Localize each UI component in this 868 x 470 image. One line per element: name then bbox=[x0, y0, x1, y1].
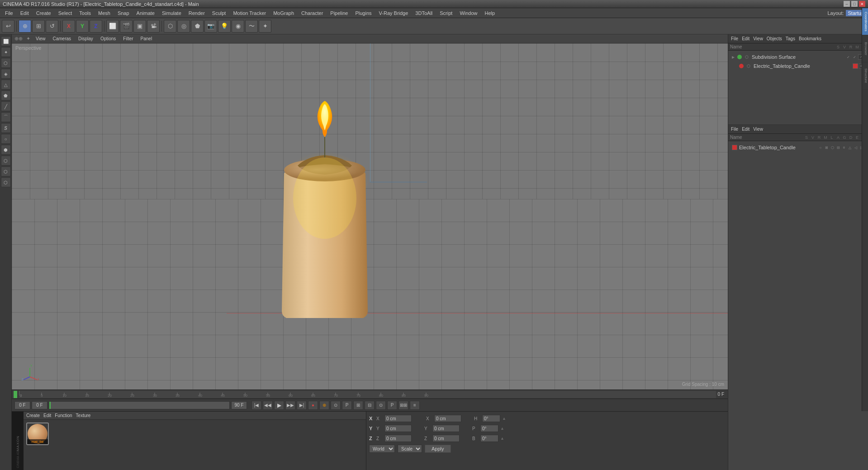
end-frame-input[interactable] bbox=[231, 401, 247, 409]
sub-check1[interactable]: ✓ bbox=[845, 54, 851, 60]
loop-button[interactable]: P bbox=[342, 401, 352, 410]
auto-record[interactable]: ⊕ bbox=[319, 401, 329, 410]
camera[interactable]: 📷 bbox=[204, 20, 217, 33]
object-candle[interactable]: ⬡ Electric_Tabletop_Candle ⊞ bbox=[730, 62, 866, 71]
b-input[interactable] bbox=[480, 435, 498, 442]
maximize-button[interactable]: □ bbox=[851, 1, 858, 7]
left-tool-mesh[interactable]: ✦ bbox=[1, 47, 11, 57]
menu-mograph[interactable]: MoGraph bbox=[270, 9, 297, 17]
object-subdivision[interactable]: ▶ ⬡ Subdivision Surface ✓ ✓ ✓ bbox=[730, 52, 866, 62]
left-tool-extra[interactable]: ⬡ bbox=[1, 177, 11, 187]
generator-object[interactable]: ◎ bbox=[177, 20, 190, 33]
vtab-coordinates[interactable]: Coordinates bbox=[862, 8, 868, 35]
anim-mode-4[interactable]: P bbox=[387, 401, 397, 410]
menu-tools[interactable]: Tools bbox=[76, 9, 94, 17]
left-tool-edge[interactable]: ◈ bbox=[1, 69, 11, 79]
rotate-tool[interactable]: ↺ bbox=[46, 20, 58, 33]
menu-edit[interactable]: Edit bbox=[17, 9, 32, 17]
render-active-view[interactable]: ▣ bbox=[133, 20, 146, 33]
parametric-object[interactable]: ⬡ bbox=[164, 20, 176, 33]
attr-icon-4[interactable]: ⊟ bbox=[835, 145, 841, 150]
menu-simulate[interactable]: Simulate bbox=[159, 9, 185, 17]
anim-settings[interactable]: ≡ bbox=[410, 401, 420, 410]
x-axis[interactable]: X bbox=[62, 20, 75, 33]
null-object[interactable]: ✦ bbox=[259, 20, 271, 33]
go-start-button[interactable]: |◀ bbox=[251, 401, 261, 410]
pos-y-input[interactable] bbox=[384, 425, 412, 432]
attr-icon-6[interactable]: △ bbox=[847, 145, 853, 150]
cameras-menu[interactable]: Cameras bbox=[51, 36, 73, 42]
menu-vray[interactable]: V-Ray Bridge bbox=[376, 9, 412, 17]
attr-icon-1[interactable]: ○ bbox=[818, 145, 823, 150]
menu-file[interactable]: File bbox=[2, 9, 16, 17]
materials-create[interactable]: Create bbox=[26, 413, 40, 418]
panel-tags[interactable]: Tags bbox=[786, 36, 795, 41]
viewport[interactable]: Perspective Grid Spacing : 10 cm bbox=[12, 43, 728, 389]
options-menu[interactable]: Options bbox=[99, 36, 118, 42]
y-axis[interactable]: Y bbox=[76, 20, 89, 33]
frame-input[interactable] bbox=[32, 401, 47, 409]
size-z-input[interactable] bbox=[432, 435, 460, 442]
material[interactable]: ◉ bbox=[232, 20, 244, 33]
attr-edit[interactable]: Edit bbox=[742, 127, 749, 132]
p-input[interactable] bbox=[480, 425, 498, 432]
anim-mode-5[interactable]: ⊞⊞ bbox=[398, 401, 408, 410]
left-tool-circle[interactable]: ○ bbox=[1, 134, 11, 144]
render-region[interactable]: ⬜ bbox=[106, 20, 119, 33]
menu-character[interactable]: Character bbox=[298, 9, 326, 17]
timeline-ruler[interactable]: 0 5 10 15 20 25 30 35 bbox=[19, 391, 716, 398]
panel-edit[interactable]: Edit bbox=[742, 36, 749, 41]
attr-icon-5[interactable]: ≡ bbox=[841, 145, 847, 150]
materials-edit[interactable]: Edit bbox=[43, 413, 51, 418]
panel-menu[interactable]: Panel bbox=[139, 36, 154, 42]
menu-3dtoall[interactable]: 3DToAll bbox=[412, 9, 436, 17]
menu-help[interactable]: Help bbox=[482, 9, 498, 17]
minimize-button[interactable]: – bbox=[844, 1, 850, 7]
menu-motion-tracker[interactable]: Motion Tracker bbox=[230, 9, 269, 17]
anim-mode-1[interactable]: ⊞ bbox=[353, 401, 363, 410]
go-end-button[interactable]: ▶| bbox=[297, 401, 307, 410]
menu-select[interactable]: Select bbox=[55, 9, 76, 17]
apply-button[interactable]: Apply bbox=[425, 445, 451, 453]
material-mat-fat[interactable]: mat_fat bbox=[26, 423, 49, 445]
record-all[interactable]: ⊙ bbox=[331, 401, 341, 410]
vtab-browser[interactable]: Browser bbox=[862, 35, 868, 62]
filter-menu[interactable]: Filter bbox=[121, 36, 135, 42]
menu-window[interactable]: Window bbox=[456, 9, 480, 17]
panel-bookmarks[interactable]: Bookmarks bbox=[799, 36, 821, 41]
menu-animate[interactable]: Animate bbox=[133, 9, 158, 17]
size-x-input[interactable] bbox=[434, 415, 461, 422]
render-to-picture-viewer[interactable]: 🎬 bbox=[120, 20, 133, 33]
left-tool-poly[interactable]: ⬡ bbox=[1, 58, 11, 68]
undo-button[interactable]: ↩ bbox=[2, 20, 14, 33]
menu-snap[interactable]: Snap bbox=[114, 9, 133, 17]
left-tool-line[interactable]: ╱ bbox=[1, 101, 11, 111]
z-axis[interactable]: Z bbox=[90, 20, 102, 33]
attr-icon-7[interactable]: ◁ bbox=[853, 145, 859, 150]
display-menu[interactable]: Display bbox=[76, 36, 95, 42]
light[interactable]: 💡 bbox=[218, 20, 231, 33]
left-tool-hex1[interactable]: ⬢ bbox=[1, 145, 11, 155]
make-preview[interactable]: 📽 bbox=[147, 20, 160, 33]
panel-file[interactable]: File bbox=[731, 36, 738, 41]
deformer[interactable]: ⬟ bbox=[191, 20, 204, 33]
left-tool-object[interactable]: ⬟ bbox=[1, 90, 11, 100]
attr-object-candle[interactable]: Electric_Tabletop_Candle ○ ⊞ ⬡ ⊟ ≡ △ ◁ ▷ bbox=[730, 143, 866, 152]
anim-mode-3[interactable]: ⊙ bbox=[376, 401, 386, 410]
left-tool-model[interactable]: ⬜ bbox=[1, 36, 11, 46]
left-tool-point[interactable]: △ bbox=[1, 80, 11, 90]
play-reverse-button[interactable]: ◀◀ bbox=[263, 401, 273, 410]
left-tool-s[interactable]: S bbox=[1, 123, 11, 133]
left-tool-hex3[interactable]: ⬡ bbox=[1, 166, 11, 176]
frame-scrubber[interactable] bbox=[49, 401, 230, 409]
move-tool[interactable]: ⊕ bbox=[19, 20, 31, 33]
h-input[interactable] bbox=[482, 415, 500, 422]
spline[interactable]: 〜 bbox=[245, 20, 258, 33]
start-frame-input[interactable] bbox=[14, 401, 30, 409]
size-y-input[interactable] bbox=[432, 425, 460, 432]
record-button[interactable]: ● bbox=[308, 401, 318, 410]
scale-dropdown[interactable]: Scale Size bbox=[398, 445, 422, 453]
left-tool-hex2[interactable]: ⬡ bbox=[1, 156, 11, 166]
pos-z-input[interactable] bbox=[384, 435, 412, 442]
scale-tool[interactable]: ⊞ bbox=[32, 20, 45, 33]
